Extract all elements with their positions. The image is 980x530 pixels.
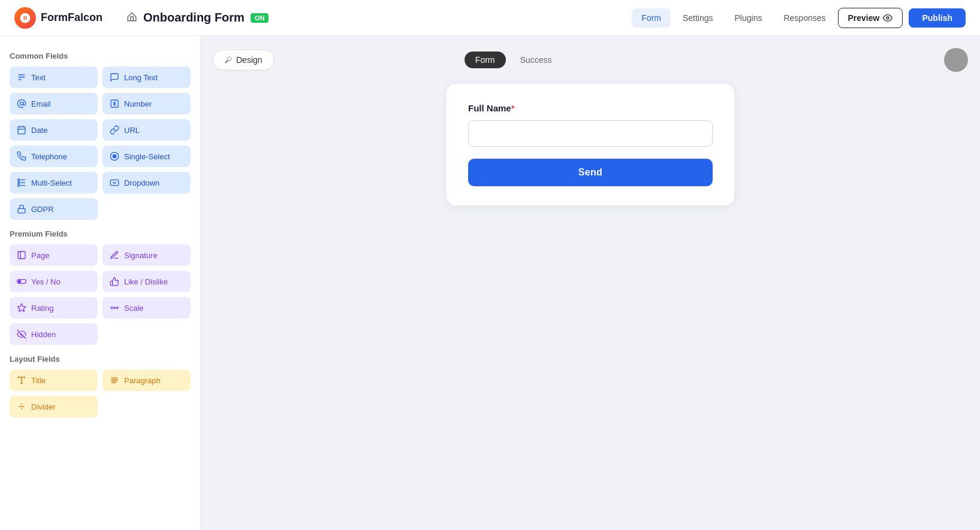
svg-rect-10 (18, 182, 20, 184)
svg-marker-21 (17, 304, 25, 311)
scale-icon (110, 303, 119, 313)
preview-btn[interactable]: Preview (838, 8, 903, 28)
field-signature[interactable]: Signature (102, 244, 191, 266)
main: Common Fields Text Long Text Email Numbe… (0, 36, 980, 530)
svg-point-23 (114, 307, 116, 309)
svg-rect-15 (110, 180, 118, 185)
dropdown-icon (110, 178, 119, 187)
form-title-area: Onboarding Form ON (126, 11, 632, 25)
logo-area: FormFalcon (14, 7, 102, 29)
layout-fields-grid: Title Paragraph Divider (10, 370, 191, 417)
full-name-input[interactable] (468, 120, 713, 147)
longtext-icon (110, 72, 119, 82)
premium-fields-grid: Page Signature Yes / No Like / Dislike R… (10, 244, 191, 345)
page-icon (17, 250, 26, 260)
yesno-icon (17, 277, 26, 286)
svg-rect-16 (18, 208, 25, 213)
svg-rect-3 (18, 127, 25, 134)
text-icon (17, 72, 26, 82)
nav-form-btn[interactable]: Form (632, 8, 671, 28)
form-card: Full Name* Send (447, 84, 734, 205)
svg-point-8 (113, 155, 116, 158)
field-email[interactable]: Email (10, 93, 98, 114)
send-button[interactable]: Send (468, 159, 713, 186)
field-url[interactable]: URL (102, 119, 191, 141)
field-like-dislike[interactable]: Like / Dislike (102, 271, 191, 292)
date-icon (17, 125, 26, 135)
premium-fields-label: Premium Fields (10, 229, 191, 238)
field-text[interactable]: Text (10, 66, 98, 88)
email-icon (17, 99, 26, 108)
nav-plugins-btn[interactable]: Plugins (725, 8, 772, 28)
svg-rect-9 (18, 179, 20, 181)
number-icon (110, 99, 119, 108)
canvas: Design Form Success Full Name* Send (201, 36, 980, 530)
required-star: * (511, 103, 515, 113)
design-btn[interactable]: Design (213, 50, 274, 70)
common-fields-label: Common Fields (10, 52, 191, 60)
field-title[interactable]: Title (10, 370, 98, 391)
field-multi-select[interactable]: Multi-Select (10, 172, 98, 193)
logo-icon (14, 7, 36, 29)
nav-actions: Form Settings Plugins Responses Preview … (632, 8, 966, 28)
gdpr-icon (17, 204, 26, 214)
rating-icon (17, 303, 26, 313)
svg-point-0 (886, 17, 889, 19)
tab-success[interactable]: Success (509, 52, 563, 68)
form-name: Onboarding Form (143, 11, 245, 25)
field-divider[interactable]: Divider (10, 396, 98, 417)
field-date[interactable]: Date (10, 119, 98, 141)
field-long-text[interactable]: Long Text (102, 66, 191, 88)
publish-btn[interactable]: Publish (909, 8, 966, 28)
nav-settings-btn[interactable]: Settings (673, 8, 723, 28)
title-icon (17, 375, 26, 385)
field-hidden[interactable]: Hidden (10, 323, 98, 345)
on-badge: ON (251, 13, 269, 23)
url-icon (110, 125, 119, 135)
like-icon (110, 277, 119, 286)
hidden-icon (17, 329, 26, 339)
multiselect-icon (17, 178, 26, 187)
svg-point-20 (19, 280, 21, 283)
signature-icon (110, 250, 119, 260)
field-single-select[interactable]: Single-Select (102, 146, 191, 167)
field-rating[interactable]: Rating (10, 297, 98, 319)
svg-point-22 (111, 307, 113, 309)
field-yes-no[interactable]: Yes / No (10, 271, 98, 292)
svg-point-1 (20, 102, 23, 105)
svg-rect-11 (18, 184, 20, 186)
eye-icon (883, 13, 892, 23)
canvas-tabs: Form Success (465, 52, 563, 68)
divider-icon (17, 402, 26, 411)
single-select-icon (110, 152, 119, 161)
wand-icon (224, 56, 233, 64)
sidebar: Common Fields Text Long Text Email Numbe… (0, 36, 201, 530)
field-scale[interactable]: Scale (102, 297, 191, 319)
field-telephone[interactable]: Telephone (10, 146, 98, 167)
avatar (944, 48, 968, 72)
home-icon[interactable] (126, 11, 137, 25)
svg-rect-17 (18, 252, 25, 259)
paragraph-icon (110, 375, 119, 385)
common-fields-grid: Text Long Text Email Number Date URL (10, 66, 191, 220)
field-dropdown[interactable]: Dropdown (102, 172, 191, 193)
layout-fields-label: Layout Fields (10, 355, 191, 364)
field-gdpr[interactable]: GDPR (10, 198, 98, 220)
canvas-top-row: Design Form Success (213, 48, 968, 72)
full-name-label: Full Name* (468, 103, 713, 113)
phone-icon (17, 152, 26, 161)
tab-form[interactable]: Form (465, 52, 506, 68)
field-number[interactable]: Number (102, 93, 191, 114)
field-paragraph[interactable]: Paragraph (102, 370, 191, 391)
field-page[interactable]: Page (10, 244, 98, 266)
navbar: FormFalcon Onboarding Form ON Form Setti… (0, 0, 980, 36)
svg-point-24 (116, 307, 118, 309)
app-name: FormFalcon (41, 11, 102, 24)
nav-responses-btn[interactable]: Responses (774, 8, 835, 28)
